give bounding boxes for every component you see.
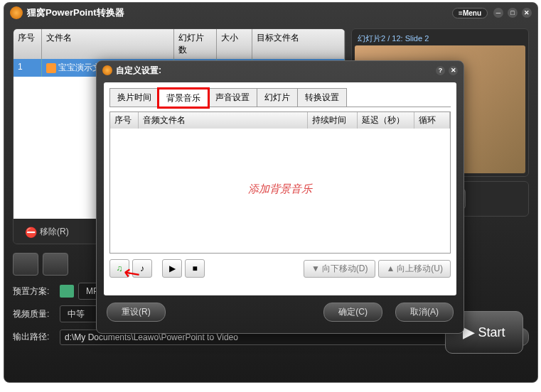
preview-label: 幻灯片2 / 12: Slide 2 [355,32,525,45]
add-music-placeholder: 添加背景音乐 [248,183,312,196]
dialog-titlebar: 自定义设置: ? ✕ [97,61,464,80]
cancel-button[interactable]: 取消(A) [395,303,454,322]
move-up-button[interactable]: ▲向上移动(U) [378,260,451,278]
audio-col-num: 序号 [110,112,139,129]
file-table-header: 序号 文件名 幻灯片数 大小 目标文件名 [14,29,345,59]
tab-background-music[interactable]: 背景音乐 [159,89,208,107]
ok-button[interactable]: 确定(C) [323,303,382,322]
tab-sound-settings[interactable]: 声音设置 [208,88,257,107]
no-entry-icon: ⛔ [25,227,37,238]
move-down-button[interactable]: ▼向下移动(D) [304,260,376,278]
dialog-title: 自定义设置: [116,65,161,77]
close-icon[interactable]: ✕ [522,8,532,18]
reset-button[interactable]: 重设(R) [107,303,166,322]
preset-format-icon [60,285,74,298]
custom-settings-dialog: 自定义设置: ? ✕ 换片时间 背景音乐 声音设置 幻灯片 转换设置 序号 音频… [96,60,464,334]
add-audio-button[interactable]: ♫ [109,259,129,278]
app-logo-icon [10,6,23,19]
menu-button[interactable]: ≡Menu [452,8,488,18]
tab-slides[interactable]: 幻灯片 [257,88,298,107]
audio-file-table: 序号 音频文件名 持续时间 延迟（秒） 循环 添加背景音乐 [109,111,451,254]
settings-button[interactable] [43,253,68,276]
play-arrow-icon: ▶ [463,323,475,342]
main-titlebar: 狸窝PowerPoint转换器 ≡Menu ─ □ ✕ [4,3,537,23]
col-slides: 幻灯片数 [174,29,217,59]
audio-col-duration: 持续时间 [308,112,358,129]
tab-transition-time[interactable]: 换片时间 [109,88,159,107]
audio-col-name: 音频文件名 [139,112,308,129]
col-size: 大小 [217,29,252,59]
audio-col-delay: 延迟（秒） [358,112,414,129]
remove-button[interactable]: ⛔ 移除(R) [18,223,76,241]
settings-tabs: 换片时间 背景音乐 声音设置 幻灯片 转换设置 [109,88,451,107]
tab-convert-settings[interactable]: 转换设置 [297,88,347,107]
maximize-icon[interactable]: □ [508,8,518,18]
ppt-file-icon [46,63,56,73]
output-path-label: 输出路径: [13,331,55,343]
dialog-close-icon[interactable]: ✕ [449,66,458,75]
dialog-logo-icon [102,65,112,75]
audio-col-loop: 循环 [414,112,450,129]
minimize-icon[interactable]: ─ [493,8,503,18]
row-num: 1 [14,59,42,77]
down-arrow-icon: ▼ [311,263,320,273]
col-num: 序号 [14,29,42,59]
play-audio-button[interactable]: ▶ [162,259,182,278]
remove-audio-button[interactable]: ♪ [132,259,152,278]
add-file-button[interactable] [13,253,38,276]
col-target: 目标文件名 [252,29,345,59]
app-title: 狸窝PowerPoint转换器 [27,6,124,19]
video-quality-label: 视频质量: [13,308,55,320]
dialog-help-icon[interactable]: ? [436,66,445,75]
col-name: 文件名 [42,29,174,59]
stop-audio-button[interactable]: ■ [185,259,205,278]
up-arrow-icon: ▲ [386,263,395,273]
preset-label: 预置方案: [13,285,55,298]
